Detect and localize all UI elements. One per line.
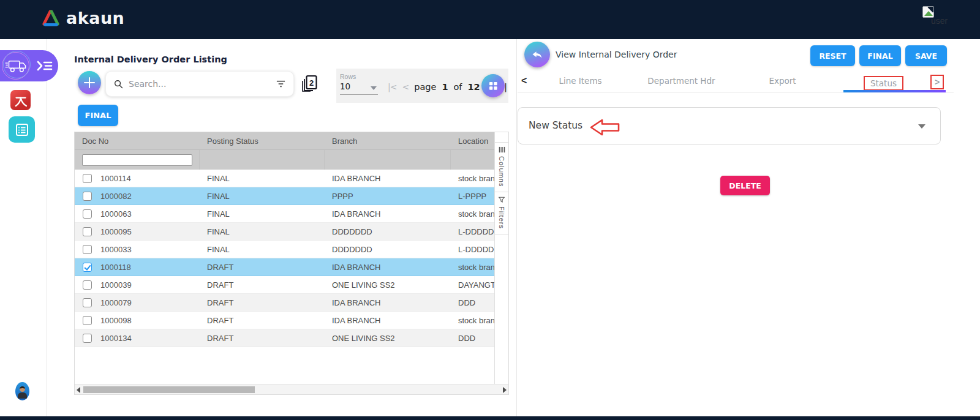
row-checkbox[interactable] <box>83 227 92 236</box>
table-row[interactable]: 1000098 DRAFT IDA BRANCH stock branch <box>75 312 496 329</box>
final-button[interactable]: FINAL <box>859 45 901 66</box>
delete-button[interactable]: DELETE <box>720 176 770 195</box>
row-checkbox[interactable] <box>83 245 92 254</box>
posting-status-cell: FINAL <box>200 174 325 183</box>
back-arrow-icon <box>530 48 544 61</box>
new-status-label: New Status <box>529 120 582 131</box>
location-cell: stock branch <box>451 316 496 325</box>
scroll-right-arrow[interactable] <box>503 387 507 393</box>
detail-tab-bar: < Line Items Department Hdr Export Statu… <box>518 72 954 92</box>
magnifier-icon <box>113 79 124 89</box>
search-input[interactable] <box>129 79 271 89</box>
row-checkbox[interactable] <box>83 298 92 307</box>
rows-per-page-select[interactable]: 10 <box>340 81 378 95</box>
columns-icon <box>499 146 505 153</box>
sidebar-item-red-da-app[interactable] <box>10 90 31 110</box>
filter-lines-icon[interactable] <box>276 80 286 88</box>
doc-no-cell: 1000114 <box>100 174 131 183</box>
page-word: page <box>414 82 436 92</box>
row-checkbox[interactable] <box>83 316 92 325</box>
posting-status-cell: DRAFT <box>200 316 325 325</box>
sidebar-item-teal-list-app[interactable] <box>9 116 35 143</box>
table-row[interactable]: 1000118 DRAFT IDA BRANCH stock branch <box>75 258 496 276</box>
sidebar-item-delivery-module[interactable] <box>0 50 58 81</box>
doc-no-cell: 1000098 <box>100 316 132 325</box>
row-checkbox[interactable] <box>83 280 92 290</box>
reset-button[interactable]: RESET <box>810 45 855 66</box>
location-cell: L-DDDDDDD <box>451 227 496 236</box>
column-header-posting-status[interactable]: Posting Status <box>200 137 325 146</box>
user-image-alt-text: user <box>931 16 948 26</box>
table-row[interactable]: 1000033 FINAL DDDDDDD L-DDDDDDD <box>75 241 496 258</box>
add-new-button[interactable] <box>78 71 101 94</box>
row-checkbox[interactable] <box>83 209 92 219</box>
new-status-dropdown[interactable]: New Status <box>518 107 941 144</box>
svg-text:2: 2 <box>309 78 314 88</box>
table-row[interactable]: 1000134 DRAFT ONE LIVING SS2 DDD <box>75 329 496 347</box>
branch-cell: DDDDDDD <box>325 245 451 254</box>
table-filter-row <box>75 149 508 170</box>
back-button[interactable] <box>524 42 550 67</box>
table-row[interactable]: 1000082 FINAL PPPP L-PPPP <box>75 187 496 205</box>
filters-tool[interactable]: Filters <box>495 192 508 234</box>
location-cell: DDD <box>451 334 496 343</box>
total-pages: 12 <box>467 82 480 92</box>
save-button[interactable]: SAVE <box>905 45 947 66</box>
row-checkbox[interactable] <box>83 263 92 272</box>
table-row[interactable]: 1000114 FINAL IDA BRANCH stock branch <box>75 170 496 187</box>
chevron-down-icon <box>918 124 925 129</box>
duplicate-pages-2-icon[interactable]: 2 <box>301 74 318 93</box>
branch-cell: ONE LIVING SS2 <box>325 280 451 290</box>
first-page-button[interactable]: |< <box>388 82 396 92</box>
posting-status-cell: DRAFT <box>200 298 325 307</box>
doc-no-filter-input[interactable] <box>82 154 192 166</box>
scrollbar-thumb[interactable] <box>83 386 255 393</box>
of-word: of <box>454 82 462 92</box>
table-row[interactable]: 1000079 DRAFT IDA BRANCH DDD <box>75 294 496 312</box>
table-row[interactable]: 1000095 FINAL DDDDDDD L-DDDDDDD <box>75 223 496 241</box>
branch-cell: IDA BRANCH <box>325 316 451 325</box>
tab-scroll-next-button[interactable]: > <box>930 75 944 89</box>
row-checkbox[interactable] <box>83 192 92 201</box>
current-page: 1 <box>442 82 448 92</box>
location-cell: stock branch <box>451 263 496 272</box>
orders-table: Doc No Posting Status Branch Location 10… <box>74 132 509 395</box>
scroll-left-arrow[interactable] <box>77 387 80 393</box>
final-bulk-action-button[interactable]: FINAL <box>78 105 118 126</box>
top-navbar: akaun user <box>0 0 980 39</box>
filters-tool-label: Filters <box>498 206 505 229</box>
location-cell: L-DDDDDDD <box>451 245 496 254</box>
location-cell: DAYANGTES <box>451 280 496 290</box>
user-profile-image[interactable]: user <box>922 6 959 28</box>
internal-delivery-order-listing-panel: Internal Delivery Order Listing 2 Rows 1… <box>74 39 510 416</box>
columns-tool[interactable]: Columns <box>495 142 508 192</box>
doc-no-cell: 1000134 <box>100 334 132 343</box>
panel-divider <box>516 39 517 416</box>
detail-title: View Internal Delivery Order <box>556 50 677 59</box>
tab-export[interactable]: Export <box>732 72 833 92</box>
grid-view-button[interactable] <box>481 74 505 97</box>
tab-line-items[interactable]: Line Items <box>530 72 631 92</box>
search-box <box>105 71 294 97</box>
tab-department-hdr[interactable]: Department Hdr <box>631 72 732 92</box>
posting-status-cell: DRAFT <box>200 280 325 290</box>
branch-cell: PPPP <box>325 192 451 201</box>
branch-cell: IDA BRANCH <box>325 298 451 307</box>
row-checkbox[interactable] <box>83 334 92 343</box>
column-header-branch[interactable]: Branch <box>325 137 451 146</box>
posting-status-cell: FINAL <box>200 209 325 219</box>
table-body: 1000114 FINAL IDA BRANCH stock branch 10… <box>75 170 496 347</box>
doc-no-cell: 1000033 <box>100 245 132 254</box>
horizontal-scrollbar[interactable] <box>75 384 508 394</box>
prev-page-button[interactable]: < <box>402 82 409 92</box>
tab-scroll-prev-button[interactable]: < <box>521 75 527 86</box>
akaun-triangle-icon <box>40 8 61 28</box>
table-row[interactable]: 1000039 DRAFT ONE LIVING SS2 DAYANGTES <box>75 276 496 294</box>
collapse-menu-icon <box>37 60 53 72</box>
table-row[interactable]: 1000063 FINAL IDA BRANCH stock branch <box>75 205 496 223</box>
active-tab-indicator <box>843 90 946 92</box>
row-checkbox[interactable] <box>83 174 92 183</box>
user-avatar[interactable] <box>15 382 29 400</box>
column-header-doc-no[interactable]: Doc No <box>75 137 200 146</box>
columns-tool-label: Columns <box>498 156 505 187</box>
